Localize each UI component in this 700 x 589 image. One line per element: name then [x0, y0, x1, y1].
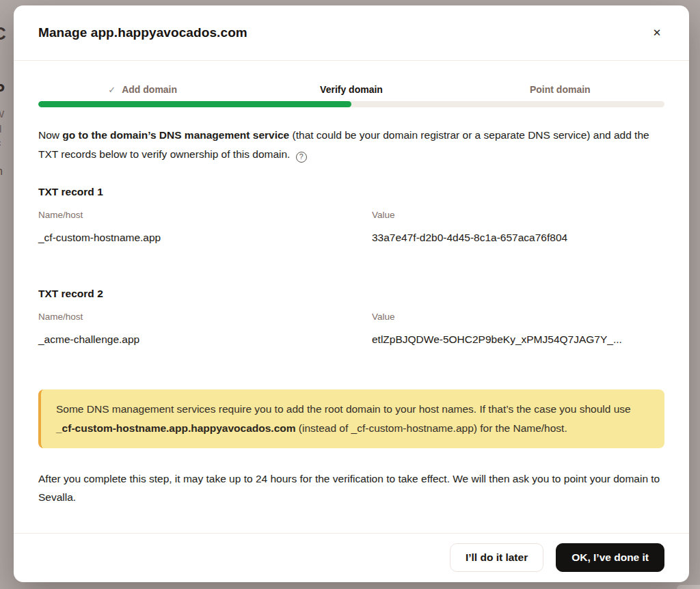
txt-record-2-title: TXT record 2	[38, 288, 664, 300]
modal-header: Manage app.happyavocados.com ✕	[14, 5, 689, 61]
obscured-letter: d	[0, 123, 1, 135]
value-label: Value	[372, 210, 664, 220]
later-button[interactable]: I’ll do it later	[450, 543, 543, 572]
notice-pre: Some DNS management services require you…	[56, 403, 631, 415]
instruction-pre: Now	[38, 129, 62, 141]
value-column: Value etlZpBJQDWe-5OHC2P9beKy_xPMJ54Q7JA…	[372, 312, 664, 346]
verification-time-note: After you complete this step, it may tak…	[38, 469, 664, 506]
txt-record-2: TXT record 2 Name/host _acme-challenge.a…	[38, 288, 664, 346]
progress-bar	[38, 101, 664, 107]
value-column: Value 33a7e47f-d2b0-4d45-8c1a-657aca76f8…	[372, 210, 664, 244]
step-label: Point domain	[530, 84, 591, 95]
name-host-label: Name/host	[38, 312, 372, 322]
txt-record-2-grid: Name/host _acme-challenge.app Value etlZ…	[38, 312, 664, 346]
modal-title: Manage app.happyavocados.com	[38, 25, 247, 40]
step-add-domain: ✓Add domain	[38, 84, 247, 95]
txt-record-1-title: TXT record 1	[38, 186, 664, 198]
step-point-domain: Point domain	[456, 84, 664, 95]
name-host-column: Name/host _cf-custom-hostname.app	[38, 210, 372, 244]
name-host-label: Name/host	[38, 210, 372, 220]
step-label: Verify domain	[320, 84, 383, 95]
wizard-steps: ✓Add domain Verify domain Point domain	[38, 84, 664, 95]
name-host-column: Name/host _acme-challenge.app	[38, 312, 372, 346]
value-text: 33a7e47f-d2b0-4d45-8c1a-657aca76f804	[372, 232, 664, 244]
instruction-bold: go to the domain’s DNS management servic…	[62, 129, 289, 141]
done-button[interactable]: OK, I’ve done it	[556, 543, 664, 572]
name-host-value: _cf-custom-hostname.app	[38, 232, 372, 244]
close-icon: ✕	[653, 27, 662, 38]
name-host-value: _acme-challenge.app	[38, 333, 372, 346]
modal-footer: I’ll do it later OK, I’ve done it	[14, 533, 689, 582]
obscured-page-corner	[677, 585, 700, 589]
value-label: Value	[372, 312, 664, 322]
modal-body: ✓Add domain Verify domain Point domain N…	[14, 61, 689, 533]
instruction-text: Now go to the domain’s DNS management se…	[38, 126, 664, 164]
obscured-letter: C	[0, 23, 6, 44]
obscured-letter: c	[0, 137, 1, 148]
obscured-letter: W	[0, 108, 4, 120]
check-icon: ✓	[108, 85, 116, 95]
obscured-letter: h	[0, 165, 3, 178]
obscured-letter: P	[0, 81, 5, 100]
step-label: Add domain	[122, 84, 177, 95]
txt-record-1: TXT record 1 Name/host _cf-custom-hostna…	[38, 186, 664, 244]
notice-bold: _cf-custom-hostname.app.happyavocados.co…	[56, 422, 296, 434]
close-button[interactable]: ✕	[645, 21, 669, 44]
help-icon[interactable]: ?	[296, 152, 307, 163]
dns-root-domain-notice: Some DNS management services require you…	[38, 389, 664, 448]
txt-record-1-grid: Name/host _cf-custom-hostname.app Value …	[38, 210, 664, 244]
manage-domain-modal: Manage app.happyavocados.com ✕ ✓Add doma…	[14, 5, 689, 582]
step-verify-domain: Verify domain	[247, 84, 455, 95]
value-text: etlZpBJQDWe-5OHC2P9beKy_xPMJ54Q7JAG7Y_..…	[372, 333, 664, 346]
notice-post: (instead of _cf-custom-hostname.app) for…	[296, 422, 567, 434]
progress-fill	[38, 101, 351, 107]
